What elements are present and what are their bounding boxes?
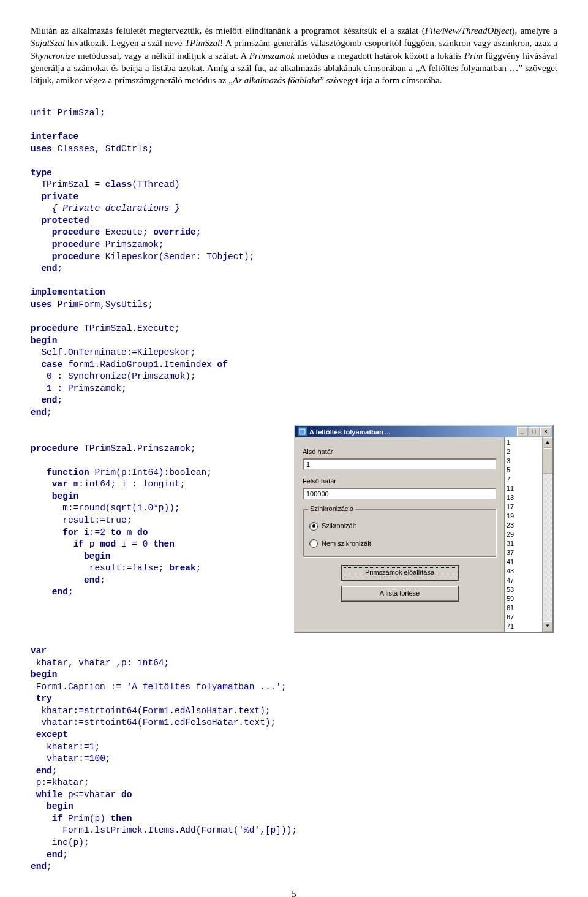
list-item[interactable]: 47 <box>507 576 540 585</box>
radio-icon <box>309 522 318 531</box>
sync-groupbox: Szinkronizáció Szikronizált Nem szikroni… <box>303 509 497 558</box>
list-item[interactable]: 23 <box>507 521 540 530</box>
svg-rect-0 <box>300 429 305 434</box>
list-item[interactable]: 61 <box>507 604 540 613</box>
minimize-button[interactable]: _ <box>517 427 528 437</box>
code-block-2: procedure TPrimSzal.Primszamok; function… <box>31 418 282 598</box>
list-item[interactable]: 17 <box>507 502 540 512</box>
maximize-button[interactable]: □ <box>529 427 540 437</box>
list-item[interactable]: 19 <box>507 512 540 521</box>
scroll-up-button[interactable]: ▲ <box>543 437 552 448</box>
input-felso-hatar[interactable] <box>303 488 497 500</box>
radio-szinkronizalt[interactable]: Szikronizált <box>309 521 490 531</box>
list-item[interactable]: 67 <box>507 613 540 622</box>
radio-label: Nem szikronizált <box>322 539 371 548</box>
app-window: A feltöltés folyamatban ... _ □ × Alsó h… <box>294 425 554 633</box>
input-also-hatar[interactable] <box>303 458 497 471</box>
list-item[interactable]: 31 <box>507 539 540 548</box>
label-also-hatar: Alsó határ <box>303 447 497 456</box>
primes-listbox[interactable]: 1235711131719232931374143475359616771 ▲ … <box>504 437 552 632</box>
list-item[interactable]: 3 <box>507 456 540 466</box>
code-block-1: unit PrimSzal; interface uses Classes, S… <box>31 95 557 418</box>
page-number: 5 <box>31 888 557 897</box>
generate-primes-button[interactable]: Primszámok előállítása <box>341 565 459 581</box>
list-item[interactable]: 2 <box>507 447 540 456</box>
scroll-down-button[interactable]: ▼ <box>543 621 552 632</box>
list-item[interactable]: 13 <box>507 493 540 502</box>
list-item[interactable]: 5 <box>507 466 540 475</box>
scroll-thumb[interactable] <box>543 448 552 474</box>
list-item[interactable]: 41 <box>507 558 540 567</box>
scrollbar[interactable]: ▲ ▼ <box>542 437 552 632</box>
list-item[interactable]: 71 <box>507 622 540 631</box>
clear-list-button[interactable]: A lista törlése <box>341 586 459 602</box>
intro-paragraph: Miután az alkalmazás felületét megtervez… <box>31 25 557 86</box>
label-felso-hatar: Felső határ <box>303 477 497 486</box>
list-item[interactable]: 43 <box>507 567 540 576</box>
list-item[interactable]: 11 <box>507 484 540 493</box>
radio-nem-szinkronizalt[interactable]: Nem szikronizált <box>309 539 490 548</box>
list-item[interactable]: 29 <box>507 530 540 539</box>
radio-icon <box>309 539 318 548</box>
close-button[interactable]: × <box>540 427 551 437</box>
code-block-3: var khatar, vhatar ,p: int64; begin Form… <box>31 633 557 872</box>
titlebar[interactable]: A feltöltés folyamatban ... _ □ × <box>295 426 552 437</box>
list-item[interactable]: 59 <box>507 594 540 604</box>
radio-label: Szikronizált <box>322 521 356 531</box>
list-item[interactable]: 37 <box>507 548 540 558</box>
list-item[interactable]: 1 <box>507 438 540 447</box>
window-title: A feltöltés folyamatban ... <box>309 428 517 437</box>
list-item[interactable]: 53 <box>507 585 540 594</box>
app-icon <box>297 426 307 437</box>
groupbox-title: Szinkronizáció <box>308 504 355 513</box>
list-item[interactable]: 7 <box>507 475 540 484</box>
